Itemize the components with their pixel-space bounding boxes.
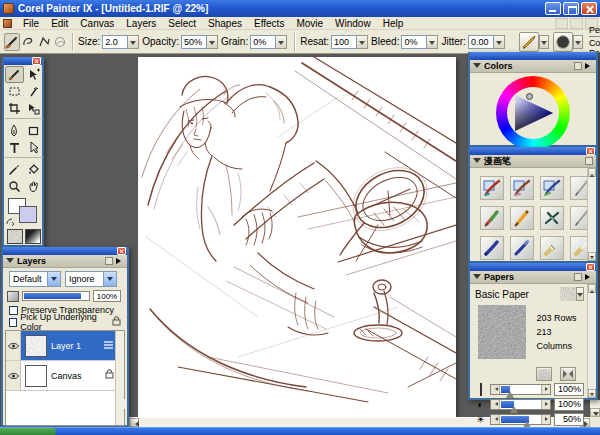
paper-brightness-slider[interactable] <box>490 414 551 425</box>
paper-scale-slider[interactable] <box>490 384 551 395</box>
restore-button[interactable] <box>563 2 579 15</box>
pickup-underlying-checkbox[interactable] <box>9 318 17 327</box>
header-flyout-icon[interactable] <box>585 63 593 69</box>
brush-variant-paint2-icon[interactable] <box>510 176 534 200</box>
header-flyout-icon[interactable] <box>116 258 124 264</box>
tool-grabber-hand[interactable] <box>24 178 43 195</box>
mdi-restore-button[interactable] <box>570 18 583 29</box>
palette-scroll-fragment[interactable] <box>117 399 126 409</box>
toolbox-close-icon[interactable] <box>32 57 41 65</box>
preserve-transparency-checkbox[interactable] <box>9 306 18 315</box>
tool-shape-selection[interactable] <box>24 139 43 156</box>
manga-header[interactable]: 漫画笔 <box>470 155 596 168</box>
paper-selector-swatch[interactable] <box>7 229 23 244</box>
slider-right-arrow[interactable] <box>541 415 550 424</box>
slider-left-arrow[interactable] <box>491 415 500 424</box>
resat-input[interactable]: 100 <box>331 35 357 49</box>
menu-movie[interactable]: Movie <box>290 17 329 30</box>
brush-variant-flat-brush1-icon[interactable] <box>540 236 564 260</box>
size-input[interactable]: 2.0 <box>102 35 128 49</box>
tool-layer-adjuster[interactable] <box>24 66 43 83</box>
menu-effects[interactable]: Effects <box>248 17 290 30</box>
manga-palette-titlebar[interactable] <box>470 147 596 155</box>
tool-dropper[interactable] <box>5 161 24 178</box>
manga-scrollbar[interactable] <box>587 168 596 261</box>
header-flyout-icon[interactable] <box>585 274 593 280</box>
visibility-eye-icon[interactable] <box>6 331 21 360</box>
tool-pen[interactable] <box>5 122 24 139</box>
layer-list-scrollbar[interactable] <box>115 331 124 425</box>
scroll-left-button[interactable] <box>129 418 139 427</box>
collapse-icon[interactable] <box>473 158 481 167</box>
main-color-swatch[interactable] <box>19 206 37 223</box>
minimize-button[interactable] <box>545 2 561 15</box>
resat-dropdown[interactable] <box>357 35 368 49</box>
slider-left-arrow[interactable] <box>491 385 500 394</box>
paper-selector[interactable] <box>560 287 584 301</box>
collapse-icon[interactable] <box>6 258 14 267</box>
dropdown-arrow-icon[interactable] <box>103 272 116 286</box>
brush-category-dropdown[interactable] <box>539 35 549 49</box>
menu-window[interactable]: Window <box>329 17 377 30</box>
colors-header[interactable]: Colors <box>470 60 596 73</box>
brush-variant-paint1-icon[interactable] <box>480 176 504 200</box>
brush-variant-orange-pencil-icon[interactable] <box>510 206 534 230</box>
swap-colors-icon[interactable] <box>6 218 15 227</box>
tool-crop[interactable] <box>5 100 24 117</box>
brush-variant-color-pencil-icon[interactable] <box>480 206 504 230</box>
scroll-up-icon[interactable] <box>588 168 596 177</box>
papers-scrollbar[interactable] <box>587 284 596 398</box>
tool-rectangular-selection[interactable] <box>5 83 24 100</box>
layers-palette-titlebar[interactable] <box>3 247 127 255</box>
layer-opacity-slider[interactable] <box>22 291 90 301</box>
layer-row-layer1[interactable]: Layer 1 <box>6 331 124 361</box>
jitter-input[interactable]: 0.00 <box>468 35 494 49</box>
window-titlebar[interactable]: Corel Painter IX - [Untitled-1.RIF @ 22%… <box>0 0 600 17</box>
layer-thumbnail[interactable] <box>25 335 47 357</box>
menu-file[interactable]: File <box>17 17 45 30</box>
visibility-eye-icon[interactable] <box>6 361 21 390</box>
menu-help[interactable]: Help <box>377 17 410 30</box>
brush-dab-dropdown[interactable] <box>573 35 583 49</box>
menu-select[interactable]: Select <box>162 17 202 30</box>
clone-color-icon[interactable] <box>52 33 68 51</box>
papers-palette-titlebar[interactable] <box>470 263 596 271</box>
tool-selection-adjuster[interactable] <box>24 100 43 117</box>
brush-variant-airbrush-icon[interactable] <box>540 206 564 230</box>
brush-variant-blue-pen1-icon[interactable] <box>480 236 504 260</box>
grain-input[interactable]: 0% <box>250 35 276 49</box>
dropdown-arrow-icon[interactable] <box>47 272 60 286</box>
header-box-icon[interactable] <box>105 257 113 265</box>
paper-contrast-slider[interactable] <box>490 399 551 410</box>
brush-tool-indicator-icon[interactable] <box>4 33 20 51</box>
manga-close-icon[interactable] <box>586 147 595 155</box>
layers-close-icon[interactable] <box>117 247 126 255</box>
freehand-strokes-icon[interactable] <box>20 33 36 51</box>
brush-variant-blue-pen2-icon[interactable] <box>510 236 534 260</box>
invert-paper-button[interactable] <box>560 367 576 381</box>
color-indicator-dot[interactable] <box>526 93 533 100</box>
composite-method-dropdown[interactable]: Default <box>9 271 61 287</box>
saturation-value-triangle[interactable] <box>508 88 558 138</box>
opacity-input[interactable]: 50% <box>181 35 207 49</box>
size-dropdown[interactable] <box>128 35 139 49</box>
gradient-selector-swatch[interactable] <box>25 229 41 244</box>
tool-paint-bucket[interactable] <box>24 161 43 178</box>
brush-dab-button[interactable] <box>553 32 573 52</box>
slider-right-arrow[interactable] <box>541 385 550 394</box>
scroll-up-icon[interactable] <box>588 284 596 293</box>
opacity-dropdown[interactable] <box>207 35 218 49</box>
close-button[interactable] <box>581 2 597 15</box>
menu-shapes[interactable]: Shapes <box>202 17 248 30</box>
paper-texture-button[interactable] <box>536 367 552 381</box>
jitter-dropdown[interactable] <box>494 35 505 49</box>
header-box-icon[interactable] <box>574 62 582 70</box>
scroll-down-icon[interactable] <box>588 252 596 261</box>
slider-right-arrow[interactable] <box>541 400 550 409</box>
straight-line-strokes-icon[interactable] <box>36 33 52 51</box>
colors-palette-titlebar[interactable] <box>470 52 596 60</box>
paper-thumbnail[interactable] <box>560 287 576 301</box>
papers-header[interactable]: Papers <box>470 271 596 284</box>
scroll-down-icon[interactable] <box>588 389 596 398</box>
brush-category-label[interactable]: Pencils <box>589 25 600 37</box>
